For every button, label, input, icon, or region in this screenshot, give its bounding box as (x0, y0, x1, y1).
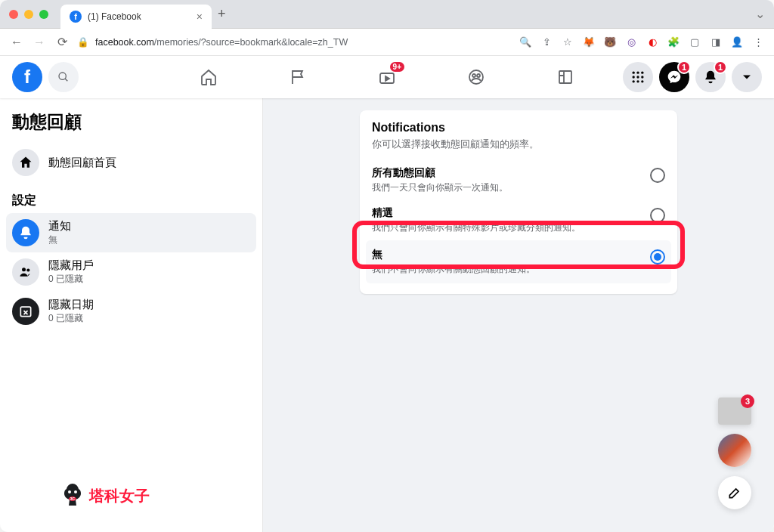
browser-tab[interactable]: f (1) Facebook × (60, 5, 212, 29)
radio-unchecked[interactable] (650, 168, 665, 183)
extension-icon[interactable]: 🦊 (582, 36, 596, 49)
chat-contact[interactable] (718, 434, 751, 467)
extension-icon[interactable]: ◐ (646, 36, 659, 49)
svg-point-16 (22, 268, 26, 271)
nav-pages[interactable] (256, 59, 339, 95)
share-icon[interactable]: ⇪ (540, 36, 553, 49)
radio-unchecked[interactable] (650, 208, 665, 223)
cast-icon[interactable]: ▢ (688, 36, 701, 49)
watermark: 3C 塔科女子 (60, 482, 150, 509)
window-minimize[interactable] (24, 10, 33, 19)
svg-point-8 (636, 72, 639, 74)
nav-groups[interactable] (435, 59, 518, 95)
notifications-button[interactable]: 1 (695, 62, 726, 92)
people-icon (12, 258, 39, 286)
sidebar-item-sub: 0 已隱藏 (48, 273, 94, 286)
option-highlights[interactable]: 精選 我們只會向你顯示有關特殊影片或珍藏分類的通知。 (372, 200, 665, 240)
watermark-text: 塔科女子 (89, 486, 150, 506)
home-icon (12, 149, 39, 176)
svg-point-15 (641, 80, 643, 82)
gaming-icon (556, 68, 574, 86)
option-desc: 我們一天只會向你顯示一次通知。 (372, 181, 641, 194)
groups-icon (467, 68, 485, 86)
extensions-menu-icon[interactable]: 🧩 (667, 36, 680, 49)
grid-icon (630, 70, 646, 85)
home-icon (200, 68, 218, 86)
window-close[interactable] (9, 10, 18, 19)
nav-home[interactable] (167, 59, 250, 95)
messenger-button[interactable]: 1 (659, 62, 689, 92)
extension-icon[interactable]: ◎ (624, 36, 638, 49)
option-all-memories[interactable]: 所有動態回顧 我們一天只會向你顯示一次通知。 (372, 160, 665, 200)
sidebar-item-label: 隱藏日期 (48, 298, 94, 312)
chat-dock: 3 (718, 397, 751, 509)
sidebar-title: 動態回顧 (6, 110, 256, 143)
account-button[interactable] (732, 62, 762, 92)
notifications-badge: 1 (714, 60, 727, 74)
watermark-icon: 3C (60, 482, 85, 509)
sidebar-hidden-people[interactable]: 隱藏用戶 0 已隱藏 (6, 252, 256, 292)
svg-point-3 (469, 70, 483, 84)
new-message-button[interactable] (718, 476, 751, 509)
chevron-down-icon (739, 70, 754, 85)
svg-rect-6 (559, 71, 571, 83)
option-desc: 我們不會向你顯示有關動態回顧的通知。 (372, 263, 641, 276)
svg-point-19 (68, 490, 71, 493)
url-host: facebook.com (95, 37, 154, 48)
address-bar[interactable]: 🔒 facebook.com/memories/?source=bookmark… (77, 36, 511, 48)
menu-button[interactable] (623, 62, 653, 92)
nav-watch[interactable]: 9+ (345, 59, 429, 95)
option-title: 精選 (372, 206, 641, 220)
sidebar-notifications[interactable]: 通知 無 (6, 213, 256, 252)
svg-point-11 (636, 76, 639, 78)
svg-point-0 (59, 73, 66, 79)
back-button[interactable]: ← (9, 36, 24, 49)
star-icon[interactable]: ☆ (561, 36, 574, 49)
window-maximize[interactable] (39, 10, 48, 19)
card-subtitle: 你可以選擇接收動態回顧通知的頻率。 (372, 138, 665, 151)
svg-point-12 (641, 76, 643, 78)
search-icon (57, 71, 70, 83)
chat-contact[interactable]: 3 (718, 397, 751, 425)
svg-rect-18 (20, 307, 30, 317)
sidebar-item-sub: 無 (48, 234, 71, 246)
browser-toolbar: ← → ⟳ 🔒 facebook.com/memories/?source=bo… (0, 29, 774, 56)
radio-checked[interactable] (650, 249, 665, 264)
tabs-overflow-icon[interactable]: ⌄ (755, 7, 765, 21)
facebook-header: f 9+ (0, 56, 774, 98)
notifications-card: Notifications 你可以選擇接收動態回顧通知的頻率。 所有動態回顧 我… (360, 110, 677, 294)
zoom-icon[interactable]: 🔍 (519, 36, 532, 49)
forward-button[interactable]: → (32, 36, 47, 49)
menu-icon[interactable]: ⋮ (751, 36, 765, 49)
lock-icon: 🔒 (77, 36, 89, 48)
main-content: Notifications 你可以選擇接收動態回顧通知的頻率。 所有動態回顧 我… (263, 98, 774, 532)
facebook-favicon: f (70, 11, 82, 23)
search-button[interactable] (48, 62, 79, 92)
svg-point-5 (477, 74, 480, 77)
sidebar-hidden-dates[interactable]: 隱藏日期 0 已隱藏 (6, 292, 256, 331)
calendar-x-icon (12, 298, 39, 325)
new-tab-button[interactable]: + (218, 6, 226, 22)
svg-point-4 (472, 74, 475, 77)
svg-line-1 (65, 79, 67, 81)
tab-close-icon[interactable]: × (197, 11, 203, 23)
sidebar-item-label: 隱藏用戶 (48, 258, 94, 273)
sidebar-home[interactable]: 動態回顧首頁 (6, 143, 256, 182)
browser-titlebar: f (1) Facebook × + ⌄ (0, 0, 774, 29)
extension-icon[interactable]: 🐻 (603, 36, 617, 49)
svg-point-9 (641, 72, 643, 74)
svg-point-7 (633, 72, 635, 74)
watch-badge: 9+ (390, 62, 404, 72)
reload-button[interactable]: ⟳ (54, 35, 70, 49)
nav-gaming[interactable] (524, 59, 607, 95)
messenger-badge: 1 (677, 60, 691, 74)
facebook-logo[interactable]: f (12, 62, 42, 92)
tab-title: (1) Facebook (88, 11, 141, 22)
profile-icon[interactable]: 👤 (730, 36, 744, 49)
option-none[interactable]: 無 我們不會向你顯示有關動態回顧的通知。 (366, 240, 671, 283)
url-path: /memories/?source=bookmark&locale=zh_TW (154, 37, 348, 48)
svg-text:3C: 3C (70, 496, 76, 501)
sidebar-item-label: 通知 (48, 219, 71, 234)
sidepanel-icon[interactable]: ◨ (709, 36, 723, 49)
sidebar-home-label: 動態回顧首頁 (48, 156, 116, 170)
